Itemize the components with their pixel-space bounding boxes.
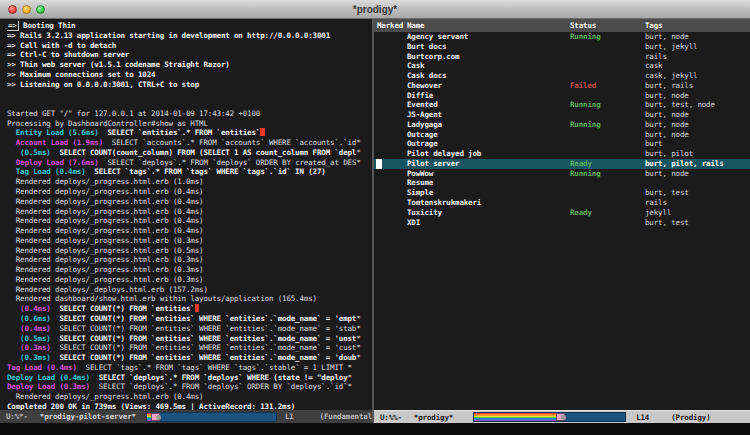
log-line: (0.3ms) SELECT COUNT(*) FROM `entities` …: [7, 353, 372, 363]
service-tags: rails: [645, 198, 750, 208]
service-name: Pilot delayed job: [407, 149, 570, 159]
log-text: (0.6ms): [7, 314, 51, 323]
modeline-flags: U:%*-: [6, 412, 28, 421]
service-name: Simple: [407, 188, 570, 198]
service-tags: burt, test: [645, 188, 750, 198]
log-line: Rendered deploys/_progress.html.erb (0.4…: [7, 392, 372, 402]
service-name: Tuxicity: [407, 208, 570, 218]
log-text: SELECT COUNT(count_column) FROM (SELECT …: [51, 148, 357, 157]
log-line: Rendered deploys/_progress.html.erb (0.3…: [7, 275, 372, 285]
service-name: Outcage: [407, 130, 570, 140]
log-text: Entity Load (5.6ms): [7, 128, 99, 137]
log-text: Rendered deploys/_progress.html.erb (0.4…: [7, 226, 203, 235]
service-row[interactable]: JS-Agentburt, node: [374, 110, 750, 120]
prodigy-pane[interactable]: Marked Name Status Tags Agency servantRu…: [374, 19, 750, 423]
status-badge: [570, 188, 645, 198]
service-row[interactable]: Outcageburt, node: [374, 130, 750, 140]
log-text: Rendered deploys/_progress.html.erb (0.4…: [7, 197, 203, 206]
service-name: Cask: [407, 61, 570, 71]
log-text: *: [356, 343, 360, 352]
service-tags: burt, pilot, rails: [645, 159, 750, 169]
service-row[interactable]: Diffieburt, node: [374, 91, 750, 101]
status-badge: [570, 110, 645, 120]
service-tags: burt, test, node: [645, 100, 750, 110]
log-text: SELECT COUNT(*) FROM `entities` WHERE `e…: [51, 314, 357, 323]
titlebar[interactable]: *prodigy*: [0, 0, 750, 19]
log-text: Deploy Load (0.4ms): [7, 373, 90, 382]
service-row[interactable]: ChewoverFailedburt, rails: [374, 81, 750, 91]
service-row[interactable]: Pilot delayed jobburt, pilot: [374, 149, 750, 159]
marked-cell: [377, 120, 407, 130]
service-row[interactable]: Burtcorp.comrails: [374, 52, 750, 62]
terminal-window: *prodigy* => Booting Thin=> Rails 3.2.13…: [0, 0, 750, 435]
service-name: Cask docs: [407, 71, 570, 81]
log-text: SELECT COUNT(*) FROM `entities` WHERE `e…: [51, 334, 357, 343]
marked-cell: [377, 110, 407, 120]
service-tags: [645, 178, 750, 188]
marked-cell: [377, 52, 407, 62]
service-row[interactable]: Cask docscask, jekyll: [374, 71, 750, 81]
service-row[interactable]: Pilot serverReadyburt, pilot, rails: [374, 159, 750, 169]
service-name: Evented: [407, 100, 570, 110]
status-badge: Running: [570, 100, 645, 110]
right-modeline[interactable]: U:%%- *prodigy* L14 (Prodigy): [374, 410, 750, 423]
minibuffer[interactable]: [0, 423, 750, 435]
col-marked: Marked: [377, 21, 407, 30]
point-cursor: [376, 159, 382, 169]
service-tags: burt, node: [645, 120, 750, 130]
marked-cell: [377, 91, 407, 101]
log-text: SELECT `tags`.* FROM `tags` WHERE `tags`…: [86, 167, 326, 176]
marked-cell: [377, 71, 407, 81]
log-text: *: [356, 334, 360, 343]
service-row[interactable]: XDIburt, test: [374, 218, 750, 228]
service-name: Burt docs: [407, 42, 570, 52]
service-row[interactable]: Resume: [374, 178, 750, 188]
service-tags: burt, node: [645, 169, 750, 179]
zoom-button[interactable]: [36, 5, 45, 14]
log-text: Booting Thin: [19, 21, 76, 30]
service-row[interactable]: Caskcask: [374, 61, 750, 71]
marked-cell: [377, 198, 407, 208]
log-text: (0.3ms): [7, 343, 51, 352]
window-title: *prodigy*: [353, 4, 397, 15]
log-text: Rendered deploys/_progress.html.erb (0.3…: [7, 275, 203, 284]
close-button[interactable]: [8, 5, 17, 14]
log-text: Rendered deploys/_progress.html.erb (0.4…: [7, 216, 203, 225]
log-line: Rendered deploys/_progress.html.erb (0.3…: [7, 255, 372, 265]
service-row[interactable]: Tomtenskrukmakerirails: [374, 198, 750, 208]
service-tags: cask, jekyll: [645, 71, 750, 81]
service-row[interactable]: LadygagaRunningburt, node: [374, 120, 750, 130]
marked-cell: [377, 81, 407, 91]
service-row[interactable]: Agency servantRunningburt, node: [374, 32, 750, 42]
service-tags: burt, rails: [645, 81, 750, 91]
service-tags: rails: [645, 52, 750, 62]
service-row[interactable]: TuxicityReadyjekyll: [374, 208, 750, 218]
log-line: Tag Load (0.4ms) SELECT `tags`.* FROM `t…: [7, 167, 372, 177]
service-row[interactable]: Burt docsburt, jekyll: [374, 42, 750, 52]
service-tags: burt, pilot: [645, 149, 750, 159]
buffer-name: *prodigy-pilot-server*: [40, 412, 136, 421]
service-row[interactable]: PowWowRunningburt, node: [374, 169, 750, 179]
log-text: *: [356, 148, 360, 157]
minimize-button[interactable]: [22, 5, 31, 14]
line-number: L1: [285, 412, 294, 421]
service-row[interactable]: Outrageburt: [374, 139, 750, 149]
log-text: Rendered deploys/_progress.html.erb (0.4…: [7, 207, 203, 216]
service-row[interactable]: EventedRunningburt, test, node: [374, 100, 750, 110]
status-badge: [570, 52, 645, 62]
nyan-rainbow: [474, 413, 556, 421]
service-name: Tomtenskrukmakeri: [407, 198, 570, 208]
status-badge: Running: [570, 120, 645, 130]
log-line: Rendered deploys/_progress.html.erb (0.4…: [7, 187, 372, 197]
marked-cell: [377, 32, 407, 42]
marked-cell: [377, 169, 407, 179]
status-badge: [570, 198, 645, 208]
service-tags: burt, test: [645, 218, 750, 228]
log-text: Account Load (1.9ms): [7, 138, 103, 147]
rails-log-pane[interactable]: => Booting Thin=> Rails 3.2.13 applicati…: [0, 19, 372, 423]
status-badge: [570, 130, 645, 140]
log-text: *: [356, 158, 360, 167]
service-row[interactable]: Simpleburt, test: [374, 188, 750, 198]
log-text: Deploy Load (0.3ms): [7, 382, 90, 391]
left-modeline[interactable]: U:%*- *prodigy-pilot-server* L1 (Fundame…: [0, 410, 372, 423]
